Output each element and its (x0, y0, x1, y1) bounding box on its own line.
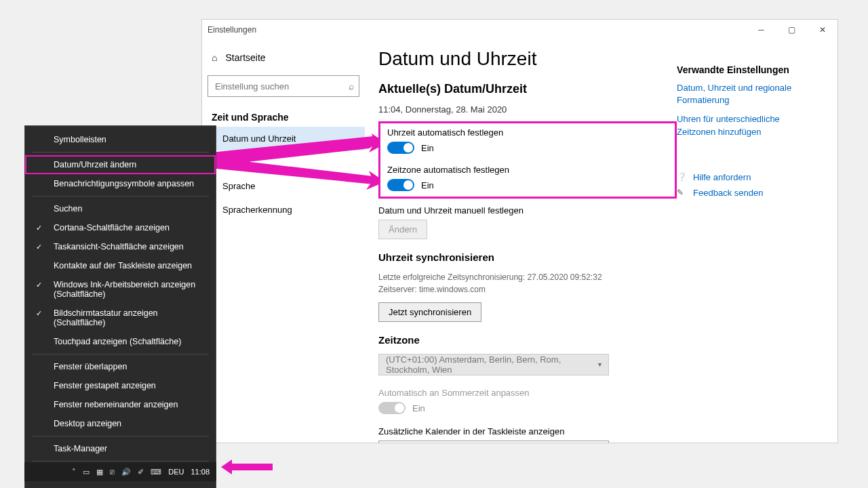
context-menu-item[interactable]: Desktop anzeigen (25, 414, 216, 433)
current-datetime-value: 11:04, Donnerstag, 28. Mai 2020 (378, 104, 677, 115)
annotation-arrow (221, 458, 275, 481)
close-button[interactable]: ✕ (807, 20, 837, 40)
context-menu-item[interactable]: Taskleisteneinstellungen⚙ (25, 483, 216, 488)
settings-window: Einstellungen ─ ▢ ✕ ⌂ Startseite ⌕ Zeit … (201, 19, 838, 443)
sidebar-item-region[interactable]: Region (202, 150, 365, 174)
context-menu-item[interactable]: Cortana-Schaltfläche anzeigen✓ (25, 218, 216, 237)
sidebar-item-datetime[interactable]: Datum und Uhrzeit (202, 127, 365, 150)
dst-state: Ein (412, 403, 425, 413)
context-menu-item[interactable]: Fenster überlappen (25, 357, 216, 376)
auto-settings-highlight: Uhrzeit automatisch festlegen Ein Zeitzo… (378, 121, 677, 199)
auto-time-toggle[interactable] (387, 142, 414, 154)
context-menu-item[interactable]: Task-Manager (25, 439, 216, 458)
sidebar: ⌂ Startseite ⌕ Zeit und Sprache Datum un… (202, 40, 365, 443)
auto-tz-label: Zeitzone automatisch festlegen (387, 165, 668, 175)
home-link[interactable]: ⌂ Startseite (202, 47, 365, 68)
taskbar-clock[interactable]: 11:08 (191, 468, 210, 476)
pen-icon[interactable]: ✐ (138, 468, 144, 476)
help-link[interactable]: Hilfe anfordern (693, 172, 751, 182)
context-menu-item[interactable]: Taskansicht-Schaltfläche anzeigen✓ (25, 237, 216, 256)
context-menu-item[interactable]: Touchpad anzeigen (Schaltfläche) (25, 332, 216, 351)
display-icon[interactable]: ⎚ (110, 468, 115, 476)
chevron-up-icon[interactable]: ˄ (72, 468, 76, 476)
feedback-link[interactable]: Feedback senden (693, 188, 763, 198)
sync-title: Uhrzeit synchronisieren (378, 251, 677, 263)
taskbar-language[interactable]: DEU (168, 468, 184, 476)
auto-time-state: Ein (421, 143, 434, 153)
menu-separator (32, 152, 209, 152)
titlebar: Einstellungen ─ ▢ ✕ (202, 20, 837, 40)
additional-calendar-title: Zusätzliche Kalender in der Taskleiste a… (378, 426, 677, 436)
menu-separator (32, 461, 209, 462)
keyboard-icon[interactable]: ⌨ (151, 468, 161, 476)
home-icon: ⌂ (212, 52, 217, 63)
context-menu-item[interactable]: Bildschirmtastatur anzeigen (Schaltfläch… (25, 304, 216, 332)
svg-marker-4 (221, 460, 273, 474)
change-button: Ändern (378, 220, 427, 239)
context-menu-item[interactable]: Datum/Uhrzeit ändern (25, 155, 216, 174)
sync-now-button[interactable]: Jetzt synchronisieren (378, 302, 481, 322)
manual-set-label: Datum und Uhrzeit manuell festlegen (378, 205, 677, 216)
sidebar-item-language[interactable]: Sprache (202, 174, 365, 198)
tray-icon[interactable]: ▭ (83, 468, 90, 476)
context-menu-item[interactable]: Fenster gestapelt anzeigen (25, 376, 216, 395)
link-add-clocks[interactable]: Uhren für unterschiedliche Zeitzonen hin… (677, 113, 813, 138)
help-icon: ❔ (677, 172, 686, 182)
taskbar: ˄ ▭ ▦ ⎚ 🔊 ✐ ⌨ DEU 11:08 (24, 462, 216, 481)
check-icon: ✓ (36, 243, 42, 251)
window-title: Einstellungen (208, 25, 256, 35)
context-menu-item[interactable]: Benachrichtigungssymbole anpassen (25, 174, 216, 193)
menu-separator (32, 436, 209, 436)
timezone-select: (UTC+01:00) Amsterdam, Berlin, Bern, Rom… (378, 354, 609, 375)
sidebar-item-speech[interactable]: Spracherkennung (202, 198, 365, 222)
check-icon: ✓ (36, 309, 42, 318)
context-menu-item[interactable]: Suchen (25, 199, 216, 218)
additional-calendar-select[interactable]: Keine zusätzlichen Kalender anzeigen ▾ (378, 441, 609, 443)
minimize-button[interactable]: ─ (746, 20, 776, 40)
battery-icon[interactable]: ▦ (96, 468, 103, 476)
taskbar-context-menu: SymbolleistenDatum/Uhrzeit ändernBenachr… (24, 125, 216, 488)
context-menu-item[interactable]: Kontakte auf der Taskleiste anzeigen (25, 256, 216, 275)
link-date-format[interactable]: Datum, Uhrzeit und regionale Formatierun… (677, 82, 813, 106)
related-settings-title: Verwandte Einstellungen (677, 64, 813, 75)
sidebar-group-title: Zeit und Sprache (202, 104, 365, 127)
volume-icon[interactable]: 🔊 (121, 468, 131, 476)
auto-tz-toggle[interactable] (387, 179, 414, 191)
dst-label: Automatisch an Sommerzeit anpassen (378, 388, 677, 398)
menu-separator (32, 196, 209, 197)
auto-tz-state: Ein (421, 180, 434, 190)
current-datetime-label: Aktuelle(s) Datum/Uhrzeit (378, 82, 677, 96)
sync-info: Letzte erfolgreiche Zeitsynchronisierung… (378, 271, 677, 296)
context-menu-item[interactable]: Windows Ink-Arbeitsbereich anzeigen (Sch… (25, 275, 216, 304)
context-menu-item[interactable]: Fenster nebeneinander anzeigen (25, 395, 216, 414)
chevron-down-icon: ▾ (598, 361, 601, 368)
home-label: Startseite (225, 52, 265, 63)
check-icon: ✓ (36, 224, 42, 232)
page-title: Datum und Uhrzeit (378, 48, 677, 70)
timezone-title: Zeitzone (378, 334, 677, 346)
feedback-icon: ✎ (677, 188, 686, 197)
search-box: ⌕ (208, 75, 359, 97)
menu-separator (32, 354, 209, 354)
dst-toggle (378, 402, 406, 414)
context-menu-item[interactable]: Symbolleisten (25, 130, 216, 149)
auto-time-label: Uhrzeit automatisch festlegen (387, 127, 668, 138)
maximize-button[interactable]: ▢ (776, 20, 807, 40)
search-icon: ⌕ (349, 81, 354, 92)
search-input[interactable] (208, 75, 359, 97)
check-icon: ✓ (36, 281, 42, 289)
